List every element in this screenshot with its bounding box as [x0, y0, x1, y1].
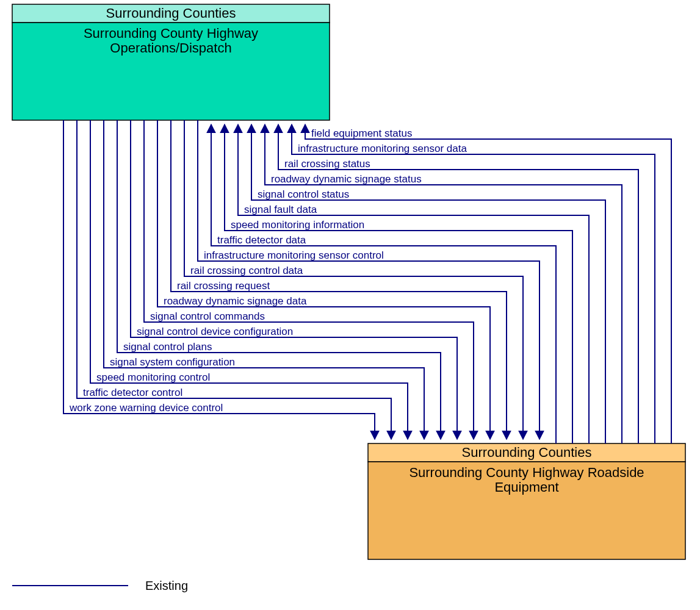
flow-label: infrastructure monitoring sensor control — [204, 249, 384, 261]
flow-line-to-top — [305, 124, 671, 443]
flow-label: signal control plans — [123, 341, 212, 353]
flow-label: rail crossing status — [284, 158, 370, 170]
top-entity-title-line2: Operations/Dispatch — [110, 40, 231, 56]
flow-label: speed monitoring information — [231, 219, 364, 231]
top-entity-header-text: Surrounding Counties — [106, 5, 236, 21]
flow-label: traffic detector control — [83, 387, 182, 398]
flow-line-to-top — [251, 124, 605, 443]
legend: Existing — [12, 579, 188, 592]
flow-label: field equipment status — [311, 127, 412, 139]
flow-label: speed monitoring control — [96, 371, 210, 383]
flow-label: infrastructure monitoring sensor data — [298, 143, 467, 154]
flow-label: traffic detector data — [217, 234, 306, 246]
flow-label: work zone warning device control — [69, 402, 223, 414]
top-entity-title-line1: Surrounding County Highway — [84, 26, 258, 41]
legend-label: Existing — [145, 579, 188, 592]
flow-label: signal fault data — [244, 204, 317, 215]
architecture-flow-diagram: Surrounding Counties Surrounding County … — [0, 0, 700, 610]
flows-group: field equipment statusinfrastructure mon… — [63, 120, 671, 443]
flow-line-to-top — [225, 124, 572, 443]
flow-line-to-top — [278, 124, 638, 443]
flow-label: signal control status — [258, 188, 349, 200]
flow-label: signal system configuration — [110, 356, 235, 368]
flow-label: roadway dynamic signage data — [164, 295, 307, 307]
top-entity: Surrounding Counties Surrounding County … — [12, 4, 330, 120]
bottom-entity-title-line1: Surrounding County Highway Roadside — [409, 465, 644, 480]
bottom-entity: Surrounding Counties Surrounding County … — [368, 443, 685, 559]
flow-label: rail crossing request — [177, 280, 270, 292]
flow-label: signal control commands — [150, 310, 265, 322]
flow-label: rail crossing control data — [190, 265, 303, 276]
flow-label: roadway dynamic signage status — [271, 173, 422, 185]
bottom-entity-header-text: Surrounding Counties — [462, 445, 592, 460]
flow-line-to-top — [238, 124, 589, 443]
bottom-entity-title-line2: Equipment — [494, 479, 558, 495]
flow-label: signal control device configuration — [137, 326, 293, 337]
flow-line-to-top — [265, 124, 622, 443]
